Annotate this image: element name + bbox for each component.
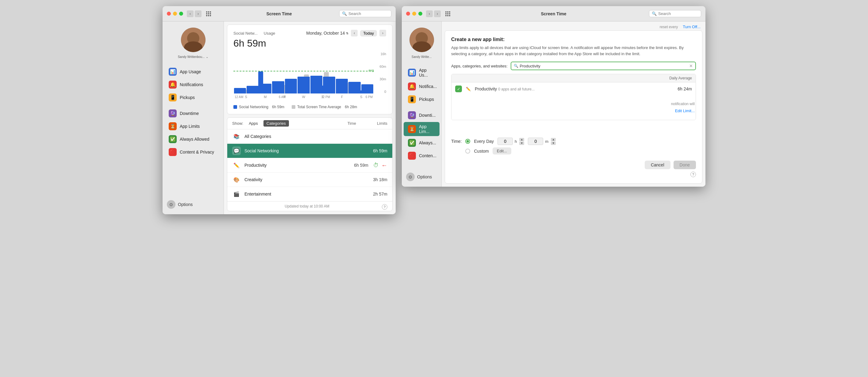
search-bar-1[interactable]: 🔍	[339, 10, 391, 17]
table-row-social[interactable]: 💬 Social Networking 6h 59m	[227, 144, 392, 158]
search-icon-2: 🔍	[652, 11, 657, 16]
filter-clear-icon[interactable]: ✕	[689, 63, 693, 68]
legend-dot-avg	[292, 105, 296, 109]
mins-down[interactable]: ▼	[551, 142, 556, 145]
back-button-1[interactable]: ‹	[187, 10, 193, 17]
radio-every-day[interactable]	[465, 139, 470, 144]
edit-limit-label[interactable]: Edit Limit...	[675, 108, 695, 113]
sidebar-item-downtime-2[interactable]: 🔮 Downti...	[404, 109, 439, 122]
traffic-lights-1	[167, 12, 183, 15]
sidebar-label-app-usage-1: App Usage	[180, 69, 201, 74]
hbar-4	[272, 81, 284, 94]
table-row-productivity[interactable]: ✏️ Productivity 6h 59m ⏱ ←	[227, 158, 392, 173]
maximize-button-2[interactable]	[418, 12, 422, 15]
sidebar-item-pickups-2[interactable]: 📱 Pickups	[404, 93, 439, 105]
dialog-footer: Cancel Done	[451, 161, 696, 169]
cancel-button[interactable]: Cancel	[645, 161, 671, 169]
y-label-2: 60m	[380, 65, 386, 68]
radio-custom[interactable]	[465, 149, 470, 153]
sidebar-item-content-privacy-2[interactable]: 🚫 Conten...	[404, 149, 439, 162]
legend-dot-social	[234, 105, 237, 109]
sidebar-label-pickups-2: Pickups	[419, 97, 434, 102]
close-button-1[interactable]	[167, 12, 171, 15]
search-input-2[interactable]	[658, 11, 699, 16]
turn-off-button[interactable]: Turn Off...	[683, 25, 701, 29]
tab-apps-1[interactable]: Apps	[246, 120, 261, 127]
mins-up[interactable]: ▲	[551, 138, 556, 141]
filter-input-box[interactable]: 🔍 ✕	[511, 62, 696, 70]
sidebar-item-downtime-1[interactable]: 🔮 Downtime	[164, 107, 222, 119]
sidebar-item-pickups-1[interactable]: 📱 Pickups	[164, 91, 222, 104]
sidebar-item-notifications-1[interactable]: 🔔 Notifications	[164, 78, 222, 91]
traffic-lights-2	[406, 12, 422, 15]
every-day-label: Every Day	[474, 139, 494, 144]
user-selector-2[interactable]: Sandy Writte...	[412, 55, 432, 59]
sidebar-item-notifications-2[interactable]: 🔔 Notifica...	[404, 80, 439, 93]
table-row-creativity[interactable]: 🎨 Creativity 3h 18m	[227, 173, 392, 187]
sidebar-label-notifications-2: Notifica...	[419, 84, 437, 89]
hours-field[interactable]	[497, 138, 513, 145]
chart-prev-btn-1[interactable]: ‹	[351, 30, 358, 36]
sidebar-item-app-limits-1[interactable]: ⏳ App Limits	[164, 120, 222, 132]
table-row-entertainment[interactable]: 🎬 Entertainment 2h 57m	[227, 187, 392, 201]
sidebar-2: Sandy Writte... 📊 App Us... 🔔 Notifica..…	[402, 22, 442, 187]
reset-every-label: reset every	[660, 25, 678, 29]
filter-input[interactable]	[520, 64, 688, 68]
sidebar-item-always-allowed-2[interactable]: ✅ Always...	[404, 137, 439, 149]
edit-button[interactable]: Edit...	[493, 147, 511, 155]
sidebar-item-app-limits-2[interactable]: ⏳ App Lim...	[404, 122, 439, 136]
user-selector-1[interactable]: Sandy Writtenbou... ⌄	[178, 55, 209, 59]
hours-up[interactable]: ▲	[519, 138, 524, 141]
help-button-2[interactable]: ?	[690, 172, 696, 177]
row-time-productivity: 6h 59m	[344, 163, 368, 168]
tab-categories-1[interactable]: Categories	[264, 120, 289, 127]
chart-wrapper-1: 16h 60m 30m 0 avg	[234, 52, 386, 101]
sidebar-item-app-usage-2[interactable]: 📊 App Us...	[404, 66, 439, 80]
sidebar-item-content-privacy-1[interactable]: 🚫 Content & Privacy	[164, 146, 222, 158]
grid-button-2[interactable]	[444, 10, 451, 17]
row-time-creativity: 3h 18m	[363, 177, 388, 182]
window-1: ‹ › Screen Time 🔍 San	[162, 6, 396, 214]
results-table: Daily Average ✓ ✏️ Productivity 0 apps a…	[451, 74, 696, 120]
mins-field[interactable]	[528, 138, 543, 145]
main-content-1: Social Netw... Usage Monday, October 14 …	[224, 22, 396, 214]
sidebar-label-always-allowed-1: Always Allowed	[180, 137, 210, 142]
table-row-all-categories[interactable]: 📚 All Categories	[227, 129, 392, 144]
maximize-button-1[interactable]	[179, 12, 183, 15]
options-btn-1[interactable]: ⊙ Options	[162, 198, 224, 211]
hours-down[interactable]: ▼	[519, 142, 524, 145]
close-button-2[interactable]	[406, 12, 410, 15]
done-button[interactable]: Done	[674, 161, 696, 169]
filter-row: Apps, categories, and websites: 🔍 ✕	[451, 62, 696, 70]
mins-stepper[interactable]: ▲ ▼	[551, 138, 556, 145]
downtime-icon-1: 🔮	[169, 109, 177, 117]
forward-button-2[interactable]: ›	[434, 10, 441, 17]
titlebar-2: ‹ › Screen Time 🔍	[402, 6, 706, 22]
options-btn-2[interactable]: ⊙ Options	[402, 170, 441, 183]
forward-button-1[interactable]: ›	[195, 10, 202, 17]
chart-today-btn-1[interactable]: Today	[360, 30, 377, 36]
row-icon-social: 💬	[232, 146, 241, 155]
search-bar-2[interactable]: 🔍	[649, 10, 701, 17]
hbar-11	[361, 84, 373, 94]
nav-buttons-2: ‹ ›	[426, 10, 451, 17]
user-name-1: Sandy Writtenbou...	[178, 55, 205, 59]
avatar-face-2	[409, 28, 434, 52]
minimize-button-1[interactable]	[173, 12, 177, 15]
col-limits-1: Limits	[377, 121, 388, 126]
sidebar-item-always-allowed-1[interactable]: ✅ Always Allowed	[164, 133, 222, 145]
pickups-icon-1: 📱	[169, 94, 177, 101]
help-button-1[interactable]: ?	[382, 204, 388, 210]
minimize-button-2[interactable]	[412, 12, 416, 15]
search-input-1[interactable]	[348, 11, 389, 16]
grid-button-1[interactable]	[205, 10, 212, 17]
results-row-productivity[interactable]: ✓ ✏️ Productivity 0 apps and all future.…	[452, 82, 695, 95]
row-name-creativity: Creativity	[244, 177, 363, 182]
hours-stepper[interactable]: ▲ ▼	[519, 138, 524, 145]
back-button-2[interactable]: ‹	[426, 10, 433, 17]
chart-next-btn-1[interactable]: ›	[379, 30, 386, 36]
sidebar-item-app-usage-1[interactable]: 📊 App Usage	[164, 66, 222, 78]
legend-avg-1: Total Screen Time Average 6h 28m	[292, 105, 357, 109]
legend-time-social: 6h 59m	[272, 105, 284, 109]
chart-y-labels-1: 16h 60m 30m 0	[380, 52, 386, 94]
